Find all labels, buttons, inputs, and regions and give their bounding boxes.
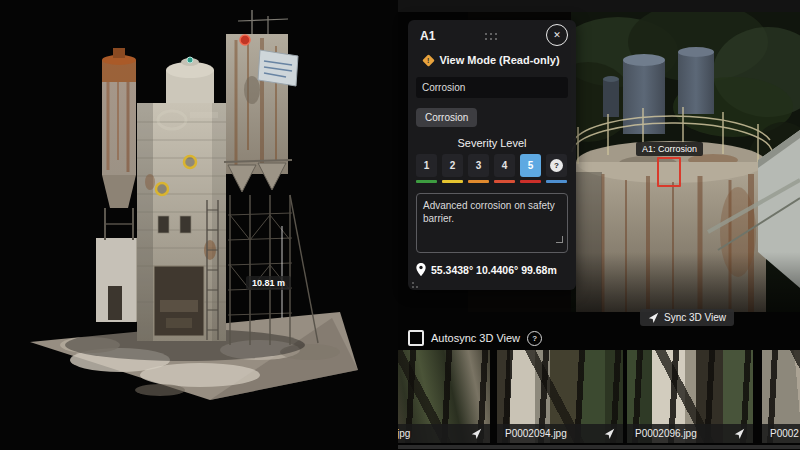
annotation-panel: A1 ✕ ! View Mode (Read-only) Corrosion S… bbox=[408, 20, 576, 290]
severity-level-title: Severity Level bbox=[408, 137, 576, 149]
3d-model-silo-structure bbox=[0, 0, 398, 450]
severity-button-1[interactable]: 1 bbox=[416, 154, 437, 183]
location-row: 55.3438° 10.4406° 99.68m bbox=[416, 263, 557, 276]
severity-color-bar bbox=[442, 180, 463, 183]
severity-color-bar bbox=[468, 180, 489, 183]
drag-handle[interactable] bbox=[485, 33, 499, 41]
warning-icon: ! bbox=[423, 54, 436, 67]
severity-color-bar bbox=[546, 180, 567, 183]
severity-selector: 1 2 3 4 5 ? bbox=[416, 154, 568, 183]
3d-viewer-pane[interactable]: 10.81 m bbox=[0, 0, 398, 450]
thumbnail-filename: P0002094.jpg bbox=[505, 428, 567, 439]
photo-pane-top-strip bbox=[398, 0, 800, 12]
severity-button-3[interactable]: 3 bbox=[468, 154, 489, 183]
annotation-marker-box[interactable] bbox=[657, 157, 681, 187]
help-icon[interactable]: ? bbox=[527, 331, 542, 346]
location-coordinates: 55.3438° 10.4406° 99.68m bbox=[431, 264, 557, 276]
sync-3d-view-button[interactable]: Sync 3D View bbox=[640, 309, 734, 326]
annotation-marker-label: A1: Corrosion bbox=[636, 142, 703, 156]
navigation-arrow-icon bbox=[648, 312, 659, 323]
dome-silo bbox=[166, 57, 214, 108]
photo-thumbnail[interactable]: P0002096.jpg bbox=[627, 350, 753, 443]
central-silo bbox=[137, 103, 226, 341]
annotation-marker-red[interactable] bbox=[240, 35, 250, 45]
severity-color-bar bbox=[416, 180, 437, 183]
panel-title: A1 bbox=[420, 29, 435, 43]
photo-thumbnail[interactable]: 2093.jpg bbox=[398, 350, 490, 443]
view-mode-banner: ! View Mode (Read-only) bbox=[408, 54, 576, 66]
app-window: 10.81 m bbox=[0, 0, 800, 450]
autosync-row: Autosync 3D View ? bbox=[408, 330, 542, 346]
textarea-resize-grip[interactable] bbox=[556, 236, 563, 243]
panel-resize-grip[interactable] bbox=[412, 280, 420, 288]
annotation-type-input[interactable] bbox=[416, 77, 568, 98]
annotation-marker-yellow-1[interactable] bbox=[184, 156, 196, 168]
sync-button-label: Sync 3D View bbox=[664, 312, 726, 323]
navigation-arrow-icon[interactable] bbox=[604, 428, 615, 439]
severity-help-button[interactable]: ? bbox=[546, 154, 567, 183]
thumbnail-filename: 2093.jpg bbox=[398, 428, 410, 439]
close-icon[interactable]: ✕ bbox=[546, 24, 568, 46]
description-textarea[interactable]: Advanced corrosion on safety barrier. bbox=[416, 193, 568, 253]
thumbnail-scrollbar[interactable] bbox=[398, 445, 800, 449]
location-pin-icon bbox=[416, 263, 426, 276]
rusty-silo bbox=[102, 48, 136, 240]
severity-color-bar bbox=[494, 180, 515, 183]
thumbnail-filename: P0002096.jpg bbox=[635, 428, 697, 439]
right-silo bbox=[226, 10, 288, 174]
severity-button-4[interactable]: 4 bbox=[494, 154, 515, 183]
photo-thumbnail[interactable]: P0002 bbox=[762, 350, 800, 443]
sign-panel bbox=[258, 50, 298, 86]
view-mode-label: View Mode (Read-only) bbox=[439, 54, 559, 66]
measurement-label: 10.81 m bbox=[246, 276, 291, 290]
navigation-arrow-icon[interactable] bbox=[734, 428, 745, 439]
photo-thumbnail[interactable]: P0002094.jpg bbox=[497, 350, 623, 443]
annotation-marker-teal[interactable] bbox=[187, 57, 193, 63]
thumbnail-filename: P0002 bbox=[770, 428, 799, 439]
navigation-arrow-icon[interactable] bbox=[471, 428, 482, 439]
annotation-marker-yellow-2[interactable] bbox=[156, 183, 168, 195]
severity-button-2[interactable]: 2 bbox=[442, 154, 463, 183]
autosync-label: Autosync 3D View bbox=[431, 332, 520, 344]
question-icon: ? bbox=[550, 159, 563, 172]
autosync-checkbox[interactable] bbox=[408, 330, 424, 346]
corrosion-tag[interactable]: Corrosion bbox=[416, 108, 477, 127]
severity-button-5[interactable]: 5 bbox=[520, 154, 541, 183]
severity-color-bar bbox=[520, 180, 541, 183]
